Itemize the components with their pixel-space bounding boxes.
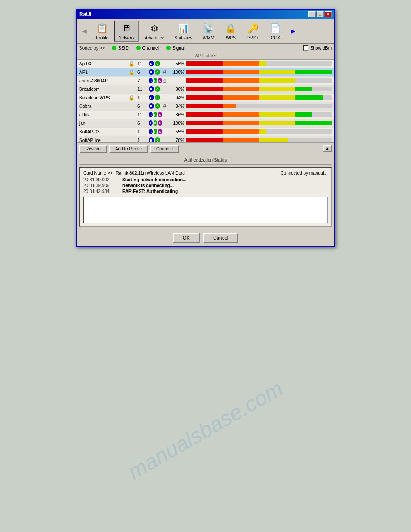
ap-badges: BG bbox=[149, 95, 162, 100]
ok-button[interactable]: OK bbox=[173, 233, 200, 243]
badge-b: B bbox=[149, 95, 154, 100]
signal-bar-fill bbox=[186, 138, 332, 142]
signal-bar-fill bbox=[186, 129, 332, 134]
auth-message: Starting network connection... bbox=[122, 177, 186, 182]
ap-name: dUnk bbox=[79, 112, 128, 117]
expand-button[interactable]: ▲ bbox=[323, 145, 332, 152]
tab-wmm[interactable]: 📡 WMM bbox=[198, 21, 219, 42]
ap-percent: 55% bbox=[170, 129, 184, 134]
table-row[interactable]: anont-2860AP7BGN🖨 bbox=[77, 77, 334, 85]
signal-bar bbox=[186, 129, 332, 134]
table-row[interactable]: Broadcom11BG86% bbox=[77, 85, 334, 94]
signal-bar bbox=[186, 121, 332, 125]
card-name-label: Card Name >> Ralink 802.11n Wireless LAN… bbox=[83, 171, 185, 176]
wmm-label: WMM bbox=[202, 35, 214, 40]
auth-timestamp: 20:31:39.906 bbox=[83, 183, 117, 188]
ap-list-container: Ap-03🔒11BG55%AP1🔒6BG🖨100%anont-2860AP7BG… bbox=[77, 60, 334, 142]
tab-ccx[interactable]: 📄 CCX bbox=[265, 21, 286, 42]
table-row[interactable]: SoftAP-031BGN55% bbox=[77, 128, 334, 136]
table-row[interactable]: BroadcomWPS🔒1BG94% bbox=[77, 94, 334, 102]
show-dbm-checkbox[interactable] bbox=[303, 45, 308, 51]
ssid-dot bbox=[112, 46, 116, 50]
signal-bar bbox=[186, 112, 332, 117]
tab-statistics[interactable]: 📊 Statistics bbox=[171, 21, 197, 42]
tab-sso[interactable]: 🔑 SSO bbox=[243, 21, 264, 42]
auth-log-entry: 20:31:42.984EAP-FAST: Authenticating bbox=[83, 189, 328, 194]
close-button[interactable]: ✕ bbox=[325, 11, 332, 17]
ap-channel: 6 bbox=[137, 104, 149, 109]
auth-section: Authentication Status Card Name >> Ralin… bbox=[77, 155, 334, 229]
connect-button[interactable]: Connect bbox=[150, 145, 179, 153]
ap-channel: 6 bbox=[137, 121, 149, 126]
badge-b: B bbox=[149, 129, 153, 134]
tab-advanced[interactable]: ⚙ Advanced bbox=[141, 21, 168, 42]
show-dbm-control: Show dBm bbox=[303, 45, 332, 51]
table-row[interactable]: dUnk11BGN86% bbox=[77, 111, 334, 119]
tab-wps[interactable]: 🔒 WPS bbox=[221, 21, 241, 42]
profile-icon: 📋 bbox=[96, 22, 108, 34]
action-buttons-bar: Rescan Add to Profile Connect ▲ bbox=[77, 142, 334, 155]
table-row[interactable]: AP1🔒6BG🖨100% bbox=[77, 68, 334, 77]
signal-header: Signal bbox=[166, 46, 185, 51]
signal-bar-fill bbox=[186, 70, 332, 74]
auth-timestamp: 20:31:39.002 bbox=[83, 177, 117, 182]
ap-name: anont-2860AP bbox=[79, 78, 128, 83]
signal-bar-fill bbox=[186, 61, 332, 66]
ap-badges: BG bbox=[149, 61, 162, 66]
wps-label: WPS bbox=[226, 35, 236, 40]
badge-g: G bbox=[155, 61, 160, 66]
lock-icon: 🔒 bbox=[128, 61, 137, 67]
ap-channel: 11 bbox=[137, 112, 149, 117]
content-area: Sorted by >> SSID Channel Signal Show dB… bbox=[77, 44, 334, 246]
auth-message: EAP-FAST: Authenticating bbox=[122, 189, 178, 194]
channel-label: Channel bbox=[142, 46, 159, 51]
ap-badges: BG bbox=[149, 137, 162, 142]
add-to-profile-button[interactable]: Add to Profile bbox=[109, 145, 148, 153]
bottom-buttons: OK Cancel bbox=[77, 229, 334, 246]
auth-log-body bbox=[83, 197, 328, 223]
profile-label: Profile bbox=[96, 35, 108, 40]
ap-percent: 94% bbox=[170, 95, 184, 100]
table-row[interactable]: Cobra6BG🖨34% bbox=[77, 102, 334, 111]
table-row[interactable]: Ap-03🔒11BG55% bbox=[77, 60, 334, 68]
badge-g: G bbox=[154, 129, 158, 134]
channel-dot bbox=[136, 46, 141, 50]
cancel-button[interactable]: Cancel bbox=[203, 233, 238, 243]
tab-profile[interactable]: 📋 Profile bbox=[92, 21, 112, 42]
ap-badges: BGN bbox=[149, 78, 162, 83]
ccx-label: CCX bbox=[271, 35, 280, 40]
ap-percent: 34% bbox=[170, 104, 184, 109]
signal-bar bbox=[186, 87, 332, 91]
back-arrow[interactable]: ◄ bbox=[79, 26, 90, 37]
extra-icon: 🖨 bbox=[162, 78, 170, 83]
statistics-icon: 📊 bbox=[177, 22, 190, 34]
badge-g: G bbox=[155, 86, 160, 92]
signal-bar bbox=[186, 104, 332, 108]
watermark: manualsbase.com bbox=[124, 376, 287, 484]
ap-channel: 11 bbox=[137, 61, 149, 66]
rescan-button[interactable]: Rescan bbox=[79, 145, 107, 153]
ssid-label: SSID bbox=[118, 46, 128, 51]
table-row[interactable]: SoftAP-Ice1BG70% bbox=[77, 136, 334, 142]
signal-bar-fill bbox=[186, 121, 332, 125]
tab-network[interactable]: 🖥 Network bbox=[114, 21, 139, 42]
minimize-button[interactable]: _ bbox=[308, 11, 316, 17]
ap-badges: BG bbox=[149, 103, 162, 109]
advanced-icon: ⚙ bbox=[148, 22, 161, 34]
signal-bar-fill bbox=[186, 104, 332, 108]
maximize-button[interactable]: □ bbox=[317, 11, 324, 17]
auth-timestamp: 20:31:42.984 bbox=[83, 189, 117, 194]
card-name-value: Ralink 802.11n Wireless LAN Card bbox=[116, 171, 185, 176]
ap-percent: 100% bbox=[170, 121, 184, 126]
ap-list: Ap-03🔒11BG55%AP1🔒6BG🖨100%anont-2860AP7BG… bbox=[77, 60, 334, 142]
badge-b: B bbox=[149, 86, 154, 92]
table-row[interactable]: jan6BGN100% bbox=[77, 119, 334, 128]
ap-name: SoftAP-03 bbox=[79, 129, 128, 134]
ap-channel: 1 bbox=[137, 129, 149, 134]
badge-g: G bbox=[155, 103, 160, 109]
ap-percent: 86% bbox=[170, 112, 184, 117]
ap-list-label: AP List >> bbox=[77, 52, 334, 60]
forward-arrow[interactable]: ► bbox=[288, 26, 299, 37]
ap-badges: BG bbox=[149, 86, 162, 92]
badge-g: G bbox=[155, 95, 160, 100]
